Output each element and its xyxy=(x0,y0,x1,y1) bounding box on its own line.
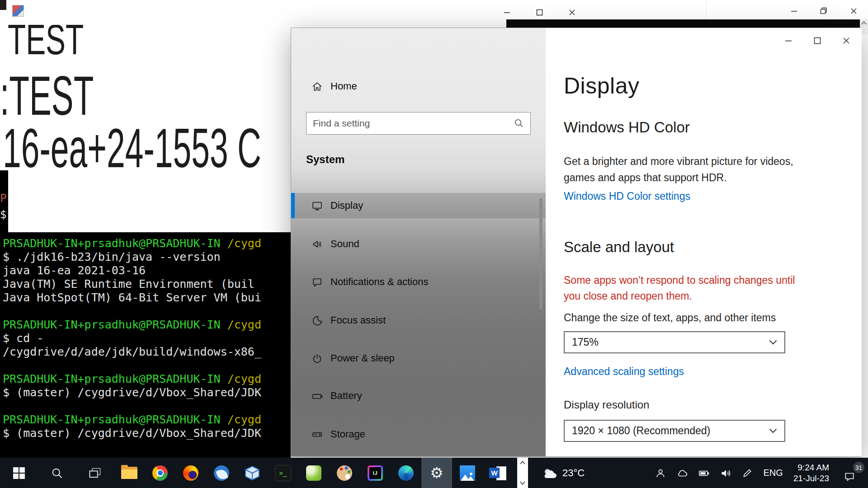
sidebar-item-label: Focus assist xyxy=(330,314,386,326)
date-label: 21-Jul-23 xyxy=(793,473,829,484)
scale-label: Change the size of text, apps, and other… xyxy=(564,310,776,326)
scale-dropdown-value: 175% xyxy=(572,336,599,348)
notification-badge: 31 xyxy=(853,462,864,473)
maximize-button[interactable] xyxy=(803,28,832,53)
resolution-dropdown[interactable]: 868 × 488 (Recommended) xyxy=(564,420,785,442)
weather-cloud-icon xyxy=(542,467,558,479)
resolution-dropdown-value: 868 × 488 (Recommended) xyxy=(572,425,710,437)
sidebar-item-storage[interactable]: Storage xyxy=(291,422,546,447)
terminal-line: Java(TM) SE Runtime Environment (buil xyxy=(3,277,291,291)
battery-icon xyxy=(698,467,710,479)
terminal-line: Java HotSpot(TM) 64-Bit Server VM (bui xyxy=(3,291,291,305)
settings-sidebar: Home System Display Sound xyxy=(291,28,546,456)
sidebar-item-focus-assist[interactable]: Focus assist xyxy=(291,308,546,333)
photos-button[interactable] xyxy=(452,458,483,488)
sidebar-item-notifications[interactable]: Notifications & actions xyxy=(291,269,546,295)
sidebar-item-label: Display xyxy=(330,200,363,211)
pen-tray-button[interactable] xyxy=(736,458,758,488)
hd-color-settings-link[interactable]: Windows HD Color settings xyxy=(564,190,690,202)
settings-window: Settings Home System xyxy=(291,28,861,457)
advanced-scaling-link[interactable]: Advanced scaling settings xyxy=(564,366,684,378)
virtualbox-button[interactable] xyxy=(237,458,268,488)
selected-accent-bar xyxy=(291,193,295,218)
clipped-terminal-fragment: P $ xyxy=(0,170,8,232)
language-label: ENG xyxy=(763,468,783,478)
file-explorer-icon xyxy=(121,467,137,479)
minimize-button[interactable] xyxy=(774,28,803,53)
file-explorer-button[interactable] xyxy=(114,458,145,488)
terminal-line: /cygdrive/d/ade/jdk/build/windows-x86_ xyxy=(3,345,291,359)
scaling-warning: Some apps won’t respond to scaling chang… xyxy=(564,272,795,304)
intellij-button[interactable]: IJ xyxy=(360,458,391,488)
clock[interactable]: 9:24 AM 21-Jul-23 xyxy=(788,462,835,484)
fragment-text: $ xyxy=(0,208,8,221)
settings-button[interactable]: ⚙ xyxy=(421,458,452,488)
close-button[interactable] xyxy=(839,0,868,22)
task-view-button[interactable] xyxy=(76,458,114,488)
firefox-icon xyxy=(183,465,198,481)
secondary-window-titlebar xyxy=(706,0,868,22)
terminal-line: $ (master) /cygdrive/d/Vbox_Shared/JDK xyxy=(3,427,291,440)
close-icon xyxy=(570,10,575,15)
time-label: 9:24 AM xyxy=(797,462,829,473)
battery-tray-button[interactable] xyxy=(693,458,715,488)
pen-icon xyxy=(741,467,753,479)
sidebar-item-battery[interactable]: Battery xyxy=(291,383,546,408)
sidebar-item-home[interactable]: Home xyxy=(291,74,546,99)
terminal-line: PRSADHUK-IN+prsadhuk@PRSADHUK-IN /cygd xyxy=(3,318,291,332)
word-button[interactable]: W xyxy=(483,458,514,488)
search-icon xyxy=(51,467,63,479)
search-box xyxy=(306,112,531,135)
language-indicator[interactable]: ENG xyxy=(758,458,788,488)
warning-line: you close and reopen them. xyxy=(564,288,795,304)
chrome-button[interactable] xyxy=(145,458,175,488)
edge-button[interactable] xyxy=(391,458,421,488)
action-center-button[interactable]: 31 xyxy=(835,458,864,488)
notepad-plus-plus-button[interactable] xyxy=(298,458,329,488)
taskbar-scroll-arrows[interactable] xyxy=(517,458,528,488)
power-icon xyxy=(311,353,323,364)
cloud-icon xyxy=(676,467,688,479)
terminal-line: $ ./jdk16-b23/bin/java --version xyxy=(3,250,291,264)
terminal-line: java 16-ea 2021-03-16 xyxy=(3,264,291,277)
thunderbird-button[interactable] xyxy=(206,458,237,488)
people-tray-button[interactable] xyxy=(650,458,671,488)
sidebar-item-power-sleep[interactable]: Power & sleep xyxy=(291,346,546,371)
scale-dropdown[interactable]: 175% xyxy=(564,331,785,353)
sidebar-scrollbar-thumb[interactable] xyxy=(539,198,542,309)
close-icon xyxy=(851,9,856,14)
sidebar-item-label: Notifications & actions xyxy=(330,276,428,288)
onedrive-tray-button[interactable] xyxy=(671,458,693,488)
weather-widget[interactable]: 23°C xyxy=(542,467,585,479)
virtualbox-icon xyxy=(244,465,260,481)
search-input[interactable] xyxy=(307,118,514,129)
start-button[interactable] xyxy=(0,458,38,488)
chevron-down-icon xyxy=(520,481,525,485)
temperature-label: 23°C xyxy=(562,467,585,479)
sidebar-item-sound[interactable]: Sound xyxy=(291,231,546,257)
terminal-line: PRSADHUK-IN+prsadhuk@PRSADHUK-IN /cygd xyxy=(3,413,291,427)
terminal-prompt: PRSADHUK-IN+prsadhuk@PRSADHUK-IN xyxy=(3,372,221,385)
resolution-label: Display resolution xyxy=(564,397,649,413)
close-button[interactable] xyxy=(832,28,861,53)
volume-tray-button[interactable] xyxy=(715,458,736,488)
minimize-button[interactable] xyxy=(779,0,809,22)
action-center-icon xyxy=(844,470,855,482)
terminal-icon: >_ xyxy=(275,465,291,481)
terminal-path: /cygd xyxy=(221,318,261,331)
description-line: games and apps that support HDR. xyxy=(564,169,793,186)
chevron-up-icon xyxy=(862,22,866,24)
scale-layout-heading: Scale and layout xyxy=(564,239,674,256)
taskbar-search-button[interactable] xyxy=(38,458,76,488)
restore-button[interactable] xyxy=(809,0,839,22)
terminal-button[interactable]: >_ xyxy=(268,458,298,488)
firefox-button[interactable] xyxy=(175,458,206,488)
sidebar-item-display[interactable]: Display xyxy=(291,193,546,218)
restore-icon xyxy=(820,7,827,14)
windows-logo-icon xyxy=(13,467,25,479)
paint-button[interactable] xyxy=(329,458,360,488)
display-icon xyxy=(311,200,323,211)
terminal-prompt: PRSADHUK-IN+prsadhuk@PRSADHUK-IN xyxy=(3,413,221,426)
terminal-prompt: PRSADHUK-IN+prsadhuk@PRSADHUK-IN xyxy=(3,237,221,250)
task-view-icon xyxy=(88,467,102,479)
